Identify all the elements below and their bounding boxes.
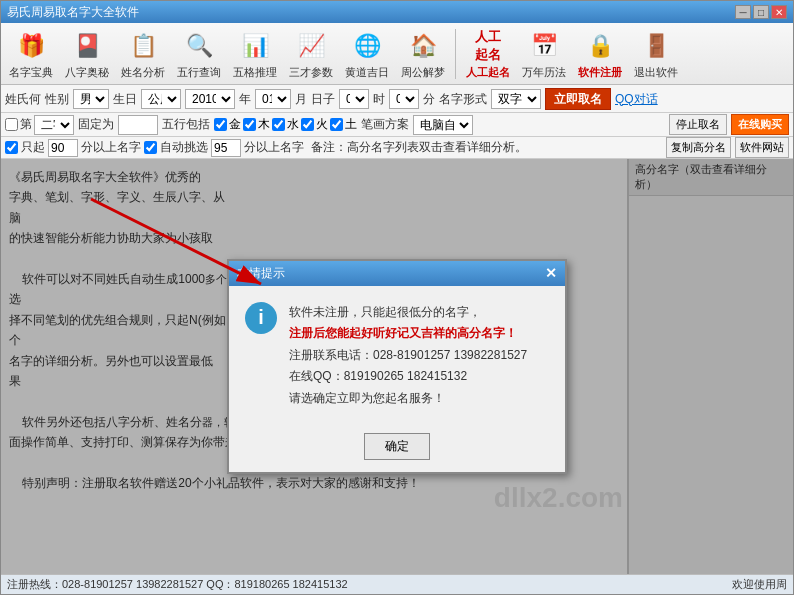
status-bar: 注册热线：028-81901257 13982281527 QQ：8191802… [1, 574, 793, 594]
welcome-text: 欢迎使用周 [732, 577, 787, 592]
stroke-select[interactable]: 电脑自动 [413, 115, 473, 135]
toolbar-huangdao[interactable]: 🌐 黄道吉日 [341, 26, 393, 82]
time-unit: 分 [423, 91, 435, 108]
nameanalysis-label: 姓名分析 [121, 65, 165, 80]
water-label: 水 [287, 116, 299, 133]
score-label: 分以上名字 [81, 139, 141, 156]
modal-line4: 在线QQ：819190265 182415132 [289, 366, 527, 388]
day-select[interactable]: 0 [339, 89, 369, 109]
qq-label[interactable]: QQ对话 [615, 91, 658, 108]
only-above-check[interactable] [5, 141, 18, 154]
modal-body: i 软件未注册，只能起很低分的名字， 注册后您能起好听好记又吉祥的高分名字！ 注… [229, 286, 565, 426]
earth-label: 土 [345, 116, 357, 133]
zhougong-label: 周公解梦 [401, 65, 445, 80]
toolbar-ainame[interactable]: 人工起名 人工起名 [462, 26, 514, 82]
only-label: 只起 [21, 139, 45, 156]
wuxing-group: 金 木 水 火 土 [214, 116, 357, 133]
wannian-label: 万年历法 [522, 65, 566, 80]
wood-check[interactable] [243, 118, 256, 131]
toolbar-nameanalysis[interactable]: 📋 姓名分析 [117, 26, 169, 82]
maximize-button[interactable]: □ [753, 5, 769, 19]
register-icon: 🔒 [582, 28, 618, 64]
gold-check[interactable] [214, 118, 227, 131]
time-select[interactable]: 01 [389, 89, 419, 109]
ainame-label: 人工起名 [466, 65, 510, 80]
gender-select[interactable]: 男女 [73, 89, 109, 109]
modal-dialog: 友情提示 ✕ i 软件未注册，只能起很低分的名字， 注册后您能起好听好记又吉祥的… [227, 259, 567, 475]
website-button[interactable]: 软件网站 [735, 137, 789, 158]
toolbar-namedb[interactable]: 🎁 名字宝典 [5, 26, 57, 82]
wood-label: 木 [258, 116, 270, 133]
online-buy-button[interactable]: 在线购买 [731, 114, 789, 135]
zhougong-icon: 🏠 [405, 28, 441, 64]
wuxing-label: 五行包括 [162, 116, 210, 133]
copy-highscore-button[interactable]: 复制高分名 [666, 137, 731, 158]
auto-score-input[interactable] [211, 139, 241, 157]
form-row-2: 第 二字 固定为 五行包括 金 木 水 火 土 笔画方案 电脑自动 停止取名 在… [1, 113, 793, 137]
sancai-label: 三才参数 [289, 65, 333, 80]
bazi-icon: 🎴 [69, 28, 105, 64]
toolbar-sancai[interactable]: 📈 三才参数 [285, 26, 337, 82]
modal-footer: 确定 [229, 425, 565, 472]
namedb-icon: 🎁 [13, 28, 49, 64]
modal-ok-button[interactable]: 确定 [364, 433, 430, 460]
second-char-select[interactable]: 二字 [34, 115, 74, 135]
min-score-input[interactable] [48, 139, 78, 157]
month-select[interactable]: 01 [255, 89, 291, 109]
register-label: 软件注册 [578, 65, 622, 80]
toolbar-quit[interactable]: 🚪 退出软件 [630, 26, 682, 82]
toolbar-wuge[interactable]: 📊 五格推理 [229, 26, 281, 82]
toolbar-zhougong[interactable]: 🏠 周公解梦 [397, 26, 449, 82]
window-title: 易氏周易取名字大全软件 [7, 4, 139, 21]
form-row-3: 只起 分以上名字 自动挑选 分以上名字 备注：高分名字列表双击查看详细分析。 复… [1, 137, 793, 159]
auto-select-check[interactable] [144, 141, 157, 154]
huangdao-icon: 🌐 [349, 28, 385, 64]
namedb-label: 名字宝典 [9, 65, 53, 80]
toolbar-register[interactable]: 🔒 软件注册 [574, 26, 626, 82]
wuge-icon: 📊 [237, 28, 273, 64]
water-check[interactable] [272, 118, 285, 131]
second-char-check[interactable] [5, 118, 18, 131]
modal-message: 软件未注册，只能起很低分的名字， 注册后您能起好听好记又吉祥的高分名字！ 注册联… [289, 302, 527, 410]
stop-name-button[interactable]: 停止取名 [669, 114, 727, 135]
minimize-button[interactable]: ─ [735, 5, 751, 19]
modal-title-bar: 友情提示 ✕ [229, 261, 565, 286]
year-select[interactable]: 2010 [185, 89, 235, 109]
toolbar-separator [455, 29, 456, 79]
modal-title: 友情提示 [237, 265, 285, 282]
wuxing-label: 五行查询 [177, 65, 221, 80]
day-label: 日子 [311, 91, 335, 108]
main-window: 易氏周易取名字大全软件 ─ □ ✕ 🎁 名字宝典 🎴 八字奥秘 📋 姓名分析 🔍… [0, 0, 794, 595]
gold-label: 金 [229, 116, 241, 133]
modal-line5: 请选确定立即为您起名服务！ [289, 388, 527, 410]
modal-line1: 软件未注册，只能起很低分的名字， [289, 302, 527, 324]
birthday-label: 生日 [113, 91, 137, 108]
toolbar-wuxing[interactable]: 🔍 五行查询 [173, 26, 225, 82]
wuge-label: 五格推理 [233, 65, 277, 80]
auto-score-label: 分以上名字 [244, 139, 304, 156]
earth-check[interactable] [330, 118, 343, 131]
second-label: 第 [20, 116, 32, 133]
stroke-label: 笔画方案 [361, 116, 409, 133]
birthday-type-select[interactable]: 公历农历 [141, 89, 181, 109]
toolbar-wannian[interactable]: 📅 万年历法 [518, 26, 570, 82]
toolbar-bazi[interactable]: 🎴 八字奥秘 [61, 26, 113, 82]
nameform-select[interactable]: 双字名 [491, 89, 541, 109]
title-bar: 易氏周易取名字大全软件 ─ □ ✕ [1, 1, 793, 23]
window-controls: ─ □ ✕ [735, 5, 787, 19]
modal-close-button[interactable]: ✕ [545, 265, 557, 281]
immediate-name-button[interactable]: 立即取名 [545, 88, 611, 110]
huangdao-label: 黄道吉日 [345, 65, 389, 80]
form-row-1: 姓氏何 性别 男女 生日 公历农历 2010 年 01 月 日子 0 时 01 … [1, 85, 793, 113]
time-label: 时 [373, 91, 385, 108]
fire-check[interactable] [301, 118, 314, 131]
close-button[interactable]: ✕ [771, 5, 787, 19]
quit-label: 退出软件 [634, 65, 678, 80]
info-icon: i [245, 302, 277, 334]
nameform-label: 名字形式 [439, 91, 487, 108]
fixed-label: 固定为 [78, 116, 114, 133]
fixed-input[interactable] [118, 115, 158, 135]
wuxing-icon: 🔍 [181, 28, 217, 64]
ainame-icon: 人工起名 [470, 28, 506, 64]
nameanalysis-icon: 📋 [125, 28, 161, 64]
